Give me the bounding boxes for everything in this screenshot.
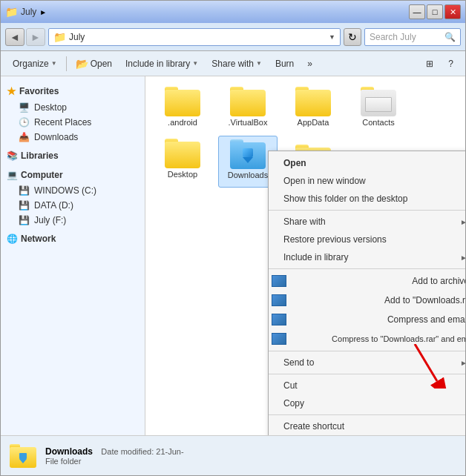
ctx-add-archive-label: Add to archive... (412, 276, 465, 286)
sidebar-libraries-label: Libraries (21, 151, 59, 161)
window-controls: — □ ✕ (409, 4, 461, 19)
status-name: Downloads (45, 446, 93, 457)
ctx-open-new-window[interactable]: Open in new window (269, 172, 465, 190)
folder-icon (361, 87, 396, 116)
close-button[interactable]: ✕ (444, 4, 461, 19)
ctx-open[interactable]: Open (269, 154, 465, 172)
organize-label: Organize (13, 59, 49, 69)
sidebar-computer-header[interactable]: 💻 Computer (1, 167, 145, 183)
ctx-add-archive[interactable]: Add to archive... (269, 271, 465, 291)
file-item-appdata[interactable]: AppData (283, 84, 343, 130)
file-item-desktop[interactable]: Desktop (153, 136, 212, 188)
ctx-restore-versions-label: Restore previous versions (283, 234, 387, 245)
file-item-virtualbox[interactable]: .VirtualBox (218, 84, 278, 130)
address-folder-icon: 📁 (53, 31, 66, 43)
sidebar-libraries-header[interactable]: 📚 Libraries (1, 148, 145, 164)
ctx-create-shortcut[interactable]: Create shortcut (269, 417, 465, 435)
share-with-button[interactable]: Share with ▼ (206, 56, 268, 71)
file-item-android[interactable]: .android (153, 84, 212, 130)
file-label-appdata: AppData (298, 118, 329, 127)
ctx-share-with-label: Share with (283, 216, 326, 227)
ctx-send-to-arrow: ► (460, 359, 465, 367)
sidebar-network-section: 🌐 Network (1, 231, 145, 247)
burn-button[interactable]: Burn (269, 56, 300, 71)
open-label: Open (91, 59, 112, 69)
view-options-button[interactable]: ⊞ (420, 56, 439, 71)
sidebar-favorites-section: ★ Favorites 🖥️ Desktop 🕒 Recent Places 📥… (1, 82, 145, 145)
toolbar-separator-1 (66, 56, 67, 71)
recent-places-icon: 🕒 (19, 117, 30, 128)
sidebar-data-d-label: DATA (D:) (34, 200, 73, 211)
sidebar-july-f-label: July (F:) (34, 215, 66, 225)
sidebar-item-windows-c[interactable]: 💾 WINDOWS (C:) (1, 183, 145, 198)
ctx-cut-label: Cut (283, 380, 298, 391)
network-icon: 🌐 (7, 234, 18, 244)
sidebar-item-data-d[interactable]: 💾 DATA (D:) (1, 198, 145, 213)
ctx-cut[interactable]: Cut (269, 377, 465, 394)
file-item-contacts[interactable]: Contacts (349, 84, 408, 130)
file-label-contacts: Contacts (362, 118, 394, 127)
include-library-button[interactable]: Include in library ▼ (119, 56, 204, 71)
sidebar-item-recent-places[interactable]: 🕒 Recent Places (1, 115, 145, 130)
ctx-open-new-window-label: Open in new window (283, 176, 366, 186)
minimize-button[interactable]: — (409, 4, 425, 19)
sidebar-item-downloads[interactable]: 📥 Downloads (1, 130, 145, 145)
search-placeholder: Search July (370, 32, 416, 42)
folder-icon-downloads (230, 139, 266, 169)
ctx-separator-1 (269, 210, 465, 211)
sidebar-network-header[interactable]: 🌐 Network (1, 231, 145, 247)
sidebar-desktop-label: Desktop (34, 102, 67, 113)
ctx-share-with[interactable]: Share with ► (269, 213, 465, 231)
more-button[interactable]: » (301, 56, 318, 71)
sidebar-item-july-f[interactable]: 💾 July (F:) (1, 213, 145, 228)
address-field[interactable]: 📁 July ▼ (48, 28, 341, 46)
sidebar-libraries-section: 📚 Libraries (1, 148, 145, 164)
open-button[interactable]: 📂 Open (70, 56, 118, 72)
sidebar-downloads-label: Downloads (34, 132, 78, 142)
share-with-label: Share with (211, 59, 254, 69)
folder-icon (230, 87, 266, 116)
ctx-add-downloads-rar[interactable]: Add to "Downloads.rar" (269, 291, 465, 310)
ctx-separator-3 (269, 351, 465, 351)
help-icon: ? (448, 59, 453, 69)
refresh-button[interactable]: ↻ (344, 28, 361, 46)
rar-icon-3 (272, 314, 286, 325)
drive-f-icon: 💾 (19, 215, 30, 225)
address-dropdown-icon[interactable]: ▼ (329, 33, 335, 41)
file-label-desktop: Desktop (168, 170, 197, 179)
more-icon: » (307, 59, 312, 69)
status-bar: Downloads Date modified: 21-Jun- File fo… (1, 435, 465, 475)
sidebar-favorites-header[interactable]: ★ Favorites (1, 82, 145, 100)
ctx-restore-versions[interactable]: Restore previous versions (269, 231, 465, 248)
rar-icon-1 (272, 275, 286, 287)
ctx-copy[interactable]: Copy (269, 394, 465, 412)
nav-buttons: ◄ ► (5, 28, 45, 46)
status-type: File folder (45, 457, 184, 466)
ctx-compress-rar-email[interactable]: Compress to "Downloads.rar" and email (269, 329, 465, 348)
search-field[interactable]: Search July 🔍 (364, 28, 461, 46)
ctx-copy-label: Copy (283, 398, 304, 409)
maximize-button[interactable]: □ (427, 4, 443, 19)
ctx-open-label: Open (283, 158, 306, 168)
title-bar-left: 📁 July ► (5, 6, 47, 18)
ctx-include-library[interactable]: Include in library ► (269, 248, 465, 266)
forward-button[interactable]: ► (26, 28, 45, 46)
ctx-send-to[interactable]: Send to ► (269, 354, 465, 371)
help-button[interactable]: ? (442, 56, 459, 71)
explorer-window: 📁 July ► — □ ✕ ◄ ► 📁 July ▼ ↻ Sear (0, 0, 466, 476)
ctx-show-folder-desktop-label: Show this folder on the desktop (283, 194, 407, 204)
ctx-compress-email[interactable]: Compress and email... (269, 310, 465, 329)
ctx-add-downloads-rar-label: Add to "Downloads.rar" (384, 295, 465, 305)
organize-button[interactable]: Organize ▼ (7, 56, 63, 71)
file-area: .android .VirtualBox AppData (145, 76, 465, 435)
folder-icon (295, 87, 331, 116)
toolbar: Organize ▼ 📂 Open Include in library ▼ S… (1, 51, 465, 76)
ctx-show-folder-desktop[interactable]: Show this folder on the desktop (269, 190, 465, 208)
ctx-separator-5 (269, 414, 465, 415)
ctx-compress-rar-email-label: Compress to "Downloads.rar" and email (332, 334, 465, 343)
sidebar-item-desktop[interactable]: 🖥️ Desktop (1, 100, 145, 115)
ctx-compress-email-label: Compress and email... (387, 314, 465, 325)
include-library-label: Include in library (125, 59, 190, 69)
back-button[interactable]: ◄ (5, 28, 24, 46)
sidebar-recent-label: Recent Places (34, 117, 91, 128)
